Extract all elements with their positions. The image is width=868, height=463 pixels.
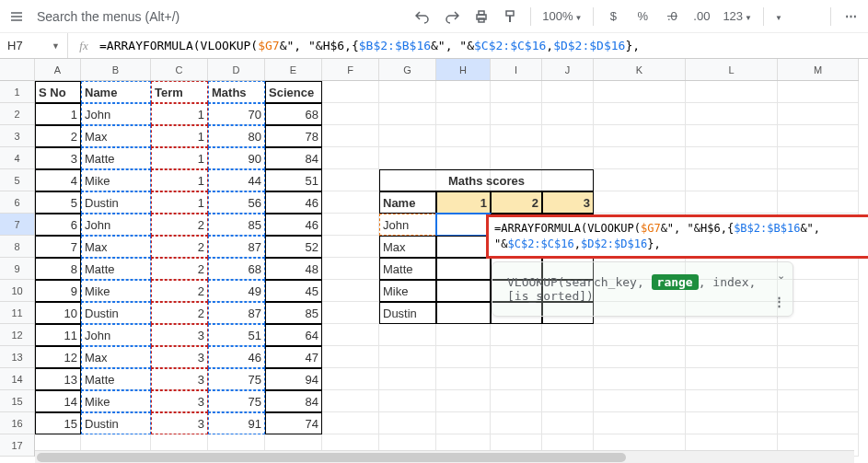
table-cell[interactable]: 68 (265, 103, 322, 125)
row-header[interactable]: 1 (0, 81, 34, 103)
table-cell[interactable]: 1 (151, 147, 208, 169)
more-hint-icon[interactable]: ⋮ (773, 295, 785, 308)
table-cell[interactable]: 6 (35, 214, 81, 236)
table-cell[interactable]: 87 (208, 236, 265, 258)
increase-decimal-button[interactable]: .00 (688, 3, 715, 30)
table-cell[interactable]: 3 (151, 390, 208, 412)
table-cell[interactable]: 4 (35, 169, 81, 191)
scrollbar-thumb[interactable] (37, 453, 626, 462)
table-cell[interactable]: Mike (81, 390, 151, 412)
table-cell[interactable]: 3 (151, 324, 208, 346)
collapse-hint-icon[interactable]: ⌄ (777, 270, 785, 282)
table-cell[interactable]: 46 (208, 346, 265, 368)
table-cell[interactable]: 44 (208, 169, 265, 191)
col-header[interactable]: L (686, 59, 778, 80)
table-cell[interactable]: 1 (151, 169, 208, 191)
col-header[interactable]: K (594, 59, 686, 80)
table-cell[interactable]: 68 (208, 258, 265, 280)
zoom-dropdown[interactable]: 100%▼ (537, 9, 587, 23)
name-box[interactable]: H7 ▼ (0, 33, 68, 58)
percent-button[interactable]: % (629, 3, 656, 30)
table-cell[interactable]: Mike (81, 169, 151, 191)
lookup-header[interactable]: Name (379, 191, 436, 214)
table-cell[interactable]: 85 (208, 214, 265, 236)
lookup-term[interactable]: 1 (436, 191, 491, 214)
table-cell[interactable]: 11 (35, 324, 81, 346)
active-cell[interactable] (436, 214, 491, 236)
row-header[interactable]: 5 (0, 169, 34, 191)
table-header[interactable]: Science (265, 81, 322, 103)
row-header[interactable]: 12 (0, 324, 34, 346)
decrease-decimal-button[interactable]: .0 (658, 3, 686, 30)
table-cell[interactable]: 75 (208, 368, 265, 390)
row-header[interactable]: 4 (0, 147, 34, 169)
table-cell[interactable]: 3 (151, 368, 208, 390)
table-cell[interactable]: Dustin (81, 412, 151, 434)
table-cell[interactable]: 85 (265, 302, 322, 324)
table-cell[interactable]: 74 (265, 412, 322, 434)
table-cell[interactable]: 2 (151, 280, 208, 302)
table-cell[interactable]: Max (81, 346, 151, 368)
lookup-term[interactable]: 2 (491, 191, 542, 214)
table-cell[interactable]: 3 (35, 147, 81, 169)
table-cell[interactable]: Dustin (81, 191, 151, 214)
table-cell[interactable]: 13 (35, 368, 81, 390)
table-cell[interactable]: 46 (265, 191, 322, 214)
row-header[interactable]: 3 (0, 125, 34, 147)
table-cell[interactable]: 52 (265, 236, 322, 258)
table-cell[interactable]: 87 (208, 302, 265, 324)
table-cell[interactable]: 90 (208, 147, 265, 169)
table-cell[interactable]: 49 (208, 280, 265, 302)
cell[interactable] (436, 302, 491, 324)
table-cell[interactable]: 12 (35, 346, 81, 368)
table-header[interactable]: Term (151, 81, 208, 103)
col-header[interactable]: G (379, 59, 436, 80)
table-cell[interactable]: 47 (265, 346, 322, 368)
table-cell[interactable]: 80 (208, 125, 265, 147)
table-cell[interactable]: John (81, 214, 151, 236)
lookup-name[interactable]: John (379, 214, 436, 236)
table-cell[interactable]: 1 (151, 191, 208, 214)
lookup-name[interactable]: Dustin (379, 302, 436, 324)
table-header[interactable]: Name (81, 81, 151, 103)
table-cell[interactable]: 2 (151, 214, 208, 236)
font-dropdown[interactable]: ▼ (770, 9, 825, 23)
table-cell[interactable]: 2 (151, 302, 208, 324)
table-cell[interactable]: 1 (35, 103, 81, 125)
select-all-corner[interactable] (0, 59, 35, 81)
row-header[interactable]: 16 (0, 412, 34, 434)
search-menus[interactable]: Search the menus (Alt+/) (29, 6, 306, 28)
col-header[interactable]: F (322, 59, 379, 80)
col-header[interactable]: J (542, 59, 594, 80)
lookup-term[interactable]: 3 (542, 191, 594, 214)
lookup-name[interactable]: Matte (379, 258, 436, 280)
table-cell[interactable]: John (81, 324, 151, 346)
col-header[interactable]: C (151, 59, 208, 80)
row-header[interactable]: 6 (0, 191, 34, 214)
col-header[interactable]: D (208, 59, 265, 80)
table-cell[interactable]: 2 (151, 258, 208, 280)
col-header[interactable]: E (265, 59, 322, 80)
table-cell[interactable]: Matte (81, 258, 151, 280)
table-cell[interactable]: Matte (81, 147, 151, 169)
table-cell[interactable]: 48 (265, 258, 322, 280)
lookup-name[interactable]: Max (379, 236, 436, 258)
formula-input[interactable]: =ARRAYFORMULA(VLOOKUP($G7&", "&H$6,{$B$2… (99, 39, 868, 52)
redo-button[interactable] (438, 3, 466, 30)
table-cell[interactable]: 14 (35, 390, 81, 412)
table-cell[interactable]: 5 (35, 191, 81, 214)
table-cell[interactable]: 94 (265, 368, 322, 390)
table-cell[interactable]: 2 (151, 236, 208, 258)
table-cell[interactable]: 46 (265, 214, 322, 236)
col-header[interactable]: B (81, 59, 151, 80)
table-cell[interactable]: 15 (35, 412, 81, 434)
more-toolbar-button[interactable]: ⋯ (837, 3, 864, 30)
table-cell[interactable]: 45 (265, 280, 322, 302)
hamburger-icon[interactable] (4, 4, 29, 29)
row-header[interactable]: 7 (0, 214, 34, 236)
table-cell[interactable]: 1 (151, 125, 208, 147)
table-cell[interactable]: 84 (265, 147, 322, 169)
table-cell[interactable]: Mike (81, 280, 151, 302)
cell[interactable] (436, 280, 491, 302)
lookup-name[interactable]: Mike (379, 280, 436, 302)
